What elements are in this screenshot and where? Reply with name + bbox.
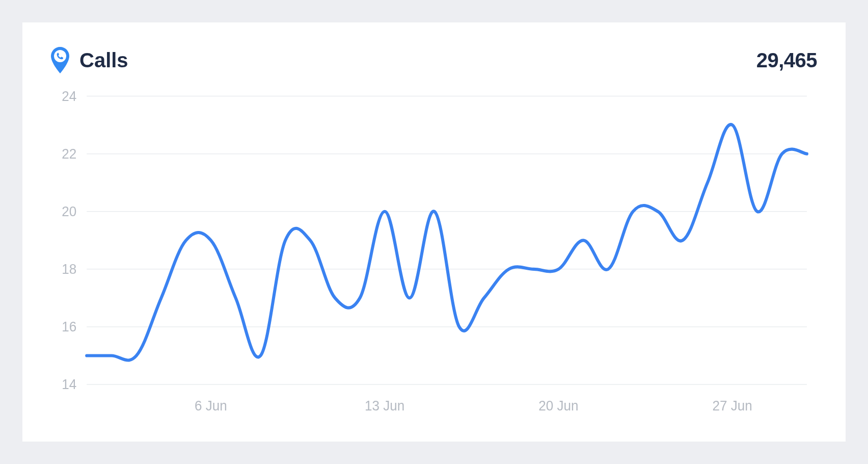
y-tick-label: 20	[62, 204, 76, 219]
y-tick-label: 24	[62, 89, 76, 104]
header-left: Calls	[51, 47, 128, 73]
x-tick-label: 13 Jun	[365, 398, 404, 414]
series-line-calls	[87, 124, 807, 360]
calls-total: 29,465	[756, 49, 817, 72]
phone-pin-icon	[51, 47, 69, 73]
card-header: Calls 29,465	[51, 47, 817, 73]
y-tick-label: 16	[62, 319, 76, 334]
x-tick-label: 20 Jun	[538, 398, 578, 414]
card-title: Calls	[79, 49, 128, 72]
y-tick-label: 14	[62, 377, 76, 392]
y-tick-label: 22	[62, 146, 76, 162]
svg-point-0	[54, 50, 66, 62]
x-tick-label: 6 Jun	[195, 398, 227, 414]
x-tick-label: 27 Jun	[713, 398, 752, 414]
y-tick-label: 18	[62, 262, 76, 277]
calls-line-chart: 1416182022246 Jun13 Jun20 Jun27 Jun	[51, 86, 817, 421]
calls-card: Calls 29,465 1416182022246 Jun13 Jun20 J…	[22, 22, 846, 442]
